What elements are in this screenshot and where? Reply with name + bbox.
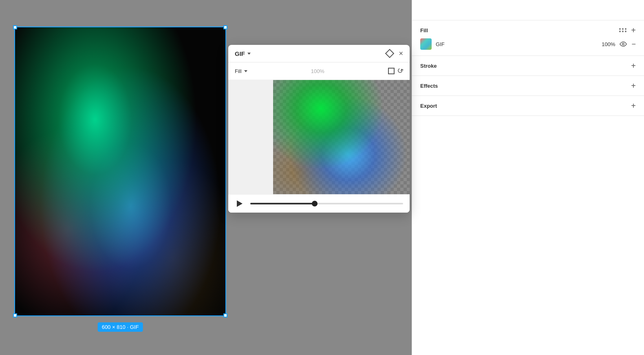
effects-add-button[interactable]: + [631, 82, 636, 90]
stroke-add-button[interactable]: + [631, 62, 636, 70]
handle-bottom-left[interactable] [13, 313, 17, 317]
fill-thumbnail[interactable] [420, 38, 432, 50]
progress-bar[interactable] [250, 203, 403, 204]
fill-chevron-icon[interactable] [244, 70, 247, 72]
progress-knob[interactable] [312, 201, 318, 206]
size-label: 600 × 810 · GIF [98, 322, 143, 332]
refresh-icon[interactable]: ↺ [395, 66, 405, 77]
square-outline-icon[interactable] [388, 68, 395, 74]
export-section-title: Export [420, 103, 437, 109]
chevron-down-icon[interactable] [247, 53, 251, 55]
diamond-icon[interactable] [385, 49, 395, 58]
fill-remove-button[interactable]: − [631, 40, 636, 48]
playback-row [228, 194, 410, 213]
stroke-section-title: Stroke [420, 63, 437, 69]
play-button[interactable] [235, 199, 245, 209]
fill-section-header: Fill + [420, 26, 636, 34]
fill-label-area[interactable]: Fill [235, 68, 247, 74]
canvas-gif-element[interactable]: 600 × 810 · GIF [14, 27, 226, 316]
gif-popup-title-area[interactable]: GIF [235, 50, 251, 57]
gif-preview-area [228, 80, 410, 194]
fill-icons: ↺ [388, 67, 403, 75]
gif-preview-main [273, 80, 410, 194]
close-icon[interactable]: × [399, 50, 403, 57]
export-add-button[interactable]: + [631, 102, 636, 110]
gif-preview-left-spacer [228, 80, 273, 194]
play-triangle-icon [237, 200, 243, 207]
gif-image [15, 27, 225, 315]
gif-preview-image [273, 80, 410, 194]
canvas-area: 600 × 810 · GIF GIF × Fill 100% ↺ [0, 0, 412, 355]
fill-section: Fill + GIF 100% − [412, 20, 644, 56]
fill-section-actions: + [619, 26, 636, 34]
gif-popup-icons: × [386, 50, 403, 57]
gif-popup-header: GIF × [228, 45, 410, 62]
panel-top-bar [412, 0, 644, 20]
handle-top-right[interactable] [223, 25, 227, 29]
gif-popup: GIF × Fill 100% ↺ [228, 45, 410, 213]
svg-point-0 [622, 43, 624, 45]
handle-bottom-right[interactable] [223, 313, 227, 317]
fill-label: Fill [235, 68, 242, 74]
handle-top-left[interactable] [13, 25, 17, 29]
stroke-section: Stroke + [412, 56, 644, 76]
fill-row: Fill 100% ↺ [228, 62, 410, 80]
right-panel: Fill + GIF 100% − Stroke + E [412, 0, 644, 355]
effects-section-title: Effects [420, 83, 438, 89]
fill-opacity-value: 100% [311, 68, 324, 74]
effects-section: Effects + [412, 76, 644, 96]
fill-add-button[interactable]: + [631, 26, 636, 34]
fill-type-label: GIF [436, 41, 595, 47]
grid-icon[interactable] [619, 28, 627, 32]
fill-item[interactable]: GIF 100% − [420, 38, 636, 50]
visibility-icon[interactable] [619, 41, 627, 47]
fill-opacity-label: 100% [599, 41, 615, 47]
progress-bar-fill [250, 203, 315, 204]
export-section: Export + [412, 96, 644, 116]
gif-popup-title: GIF [235, 50, 245, 57]
fill-section-title: Fill [420, 27, 428, 33]
